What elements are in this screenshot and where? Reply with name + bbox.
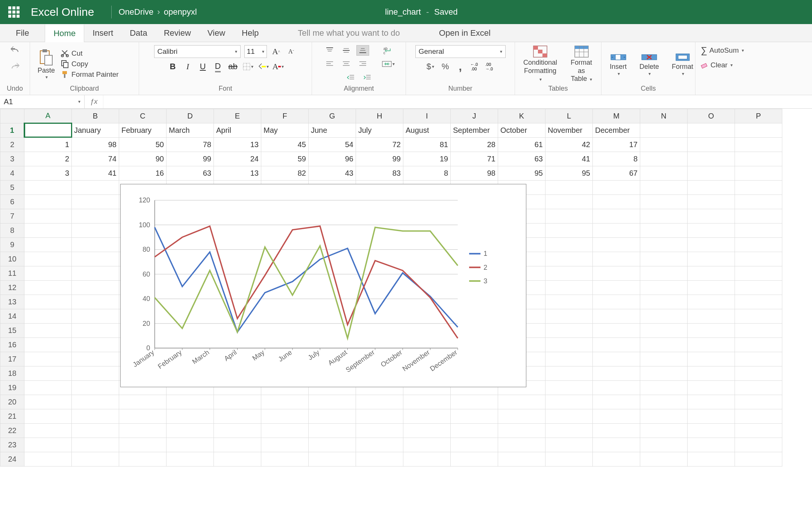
cell[interactable] — [24, 295, 72, 309]
cell[interactable] — [593, 180, 640, 195]
cell[interactable] — [688, 452, 735, 466]
cell[interactable]: March — [167, 123, 214, 137]
comma-format-button[interactable]: , — [455, 61, 466, 72]
font-family-select[interactable]: Calibri ▾ — [154, 45, 241, 58]
cell[interactable] — [498, 438, 545, 452]
cell[interactable] — [593, 237, 640, 252]
cell[interactable] — [688, 237, 735, 252]
cell[interactable] — [688, 409, 735, 423]
cell[interactable] — [545, 195, 593, 209]
paste-button[interactable]: Paste ▾ — [35, 48, 57, 81]
row-header[interactable]: 1 — [0, 123, 24, 137]
cell[interactable]: 54 — [309, 137, 356, 152]
cell[interactable] — [640, 237, 688, 252]
cell[interactable] — [688, 152, 735, 166]
cell[interactable] — [24, 323, 72, 337]
cell[interactable] — [545, 323, 593, 337]
delete-cells-button[interactable]: Delete▾ — [636, 52, 662, 76]
row-header[interactable]: 11 — [0, 266, 24, 280]
cell[interactable]: 63 — [167, 166, 214, 180]
row-header[interactable]: 21 — [0, 409, 24, 423]
column-header[interactable]: A — [24, 109, 72, 123]
cell[interactable] — [735, 237, 782, 252]
percent-format-button[interactable]: % — [440, 61, 451, 72]
row-header[interactable]: 14 — [0, 309, 24, 323]
cell[interactable] — [688, 295, 735, 309]
column-header[interactable]: L — [545, 109, 593, 123]
fill-color-button[interactable]: ▾ — [258, 61, 269, 72]
cell[interactable]: January — [72, 123, 119, 137]
cell[interactable]: 63 — [498, 152, 545, 166]
row-header[interactable]: 20 — [0, 395, 24, 409]
cell[interactable]: 71 — [451, 152, 498, 166]
cell[interactable] — [261, 395, 309, 409]
cell[interactable] — [545, 337, 593, 352]
cell[interactable] — [403, 409, 451, 423]
cell[interactable] — [356, 395, 403, 409]
cell[interactable] — [688, 380, 735, 395]
cell[interactable]: 72 — [356, 137, 403, 152]
cell[interactable]: 59 — [261, 152, 309, 166]
tab-help[interactable]: Help — [233, 24, 267, 42]
row-header[interactable]: 19 — [0, 380, 24, 395]
column-header[interactable]: J — [451, 109, 498, 123]
shrink-font-button[interactable]: Aˇ — [286, 46, 297, 57]
cell[interactable] — [261, 452, 309, 466]
cell[interactable]: 43 — [309, 166, 356, 180]
cell[interactable]: 99 — [167, 152, 214, 166]
cell[interactable] — [735, 266, 782, 280]
cell[interactable] — [640, 366, 688, 380]
tab-file[interactable]: File — [8, 24, 37, 42]
underline-button[interactable]: U — [197, 61, 209, 72]
cell[interactable]: 96 — [309, 152, 356, 166]
cell[interactable] — [593, 380, 640, 395]
cell[interactable] — [451, 409, 498, 423]
undo-button[interactable] — [9, 45, 21, 56]
borders-button[interactable]: ▾ — [242, 61, 254, 72]
cell[interactable] — [214, 395, 261, 409]
align-bottom-button[interactable] — [356, 45, 369, 56]
cell[interactable] — [688, 123, 735, 137]
cell[interactable] — [593, 452, 640, 466]
cell[interactable] — [688, 309, 735, 323]
app-launcher-icon[interactable] — [8, 6, 20, 18]
row-header[interactable]: 16 — [0, 337, 24, 352]
cell[interactable] — [640, 195, 688, 209]
cell[interactable] — [24, 223, 72, 237]
accounting-format-button[interactable]: $▾ — [425, 61, 436, 72]
cell[interactable] — [688, 423, 735, 438]
cell[interactable] — [735, 295, 782, 309]
cell[interactable] — [119, 395, 167, 409]
tab-view[interactable]: View — [199, 24, 233, 42]
number-format-select[interactable]: General ▾ — [415, 45, 506, 58]
cell[interactable] — [24, 423, 72, 438]
tab-insert[interactable]: Insert — [84, 24, 121, 42]
cell[interactable]: 3 — [24, 166, 72, 180]
cell[interactable]: April — [214, 123, 261, 137]
cell[interactable] — [593, 352, 640, 366]
cell[interactable] — [167, 438, 214, 452]
cell[interactable] — [735, 166, 782, 180]
row-header[interactable]: 4 — [0, 166, 24, 180]
column-header[interactable]: M — [593, 109, 640, 123]
cell[interactable] — [403, 452, 451, 466]
cell[interactable] — [72, 409, 119, 423]
column-header[interactable]: P — [735, 109, 782, 123]
cell[interactable]: 82 — [261, 166, 309, 180]
cell[interactable] — [735, 195, 782, 209]
cell[interactable] — [593, 195, 640, 209]
column-header[interactable]: E — [214, 109, 261, 123]
row-header[interactable]: 9 — [0, 237, 24, 252]
cell[interactable] — [735, 352, 782, 366]
cell[interactable] — [593, 423, 640, 438]
cell[interactable] — [72, 223, 119, 237]
cell[interactable] — [119, 409, 167, 423]
cut-button[interactable]: Cut — [61, 49, 119, 58]
cell[interactable] — [24, 395, 72, 409]
cell[interactable]: 41 — [72, 166, 119, 180]
cell[interactable]: 61 — [498, 137, 545, 152]
cell[interactable]: February — [119, 123, 167, 137]
align-top-button[interactable] — [323, 45, 336, 56]
cell[interactable]: 67 — [593, 166, 640, 180]
cell[interactable] — [451, 438, 498, 452]
